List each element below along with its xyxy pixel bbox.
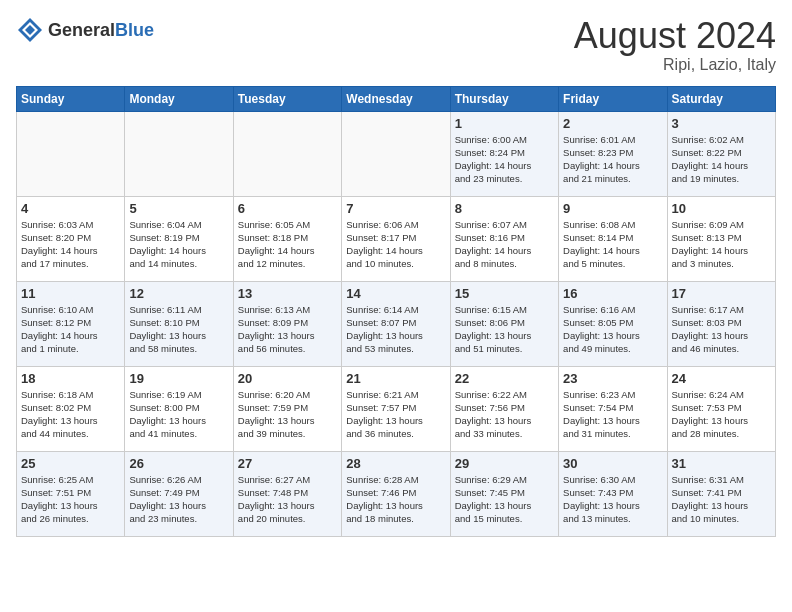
weekday-header-monday: Monday	[125, 86, 233, 111]
calendar-cell: 12Sunrise: 6:11 AM Sunset: 8:10 PM Dayli…	[125, 281, 233, 366]
title-block: August 2024 Ripi, Lazio, Italy	[574, 16, 776, 74]
cell-text: Sunrise: 6:07 AM Sunset: 8:16 PM Dayligh…	[455, 218, 554, 271]
calendar-week-row: 25Sunrise: 6:25 AM Sunset: 7:51 PM Dayli…	[17, 451, 776, 536]
calendar-cell: 6Sunrise: 6:05 AM Sunset: 8:18 PM Daylig…	[233, 196, 341, 281]
calendar-cell: 27Sunrise: 6:27 AM Sunset: 7:48 PM Dayli…	[233, 451, 341, 536]
calendar-cell: 28Sunrise: 6:28 AM Sunset: 7:46 PM Dayli…	[342, 451, 450, 536]
day-number: 16	[563, 286, 662, 301]
calendar-cell	[342, 111, 450, 196]
cell-text: Sunrise: 6:03 AM Sunset: 8:20 PM Dayligh…	[21, 218, 120, 271]
calendar-cell: 30Sunrise: 6:30 AM Sunset: 7:43 PM Dayli…	[559, 451, 667, 536]
month-title: August 2024	[574, 16, 776, 56]
cell-text: Sunrise: 6:09 AM Sunset: 8:13 PM Dayligh…	[672, 218, 771, 271]
cell-text: Sunrise: 6:25 AM Sunset: 7:51 PM Dayligh…	[21, 473, 120, 526]
calendar-cell: 5Sunrise: 6:04 AM Sunset: 8:19 PM Daylig…	[125, 196, 233, 281]
cell-text: Sunrise: 6:11 AM Sunset: 8:10 PM Dayligh…	[129, 303, 228, 356]
weekday-header-friday: Friday	[559, 86, 667, 111]
cell-text: Sunrise: 6:30 AM Sunset: 7:43 PM Dayligh…	[563, 473, 662, 526]
calendar-cell: 18Sunrise: 6:18 AM Sunset: 8:02 PM Dayli…	[17, 366, 125, 451]
logo: GeneralBlue	[16, 16, 154, 44]
day-number: 8	[455, 201, 554, 216]
day-number: 20	[238, 371, 337, 386]
calendar-cell: 16Sunrise: 6:16 AM Sunset: 8:05 PM Dayli…	[559, 281, 667, 366]
day-number: 10	[672, 201, 771, 216]
day-number: 31	[672, 456, 771, 471]
cell-text: Sunrise: 6:21 AM Sunset: 7:57 PM Dayligh…	[346, 388, 445, 441]
day-number: 12	[129, 286, 228, 301]
weekday-header-saturday: Saturday	[667, 86, 775, 111]
logo-text-blue: Blue	[115, 20, 154, 40]
day-number: 13	[238, 286, 337, 301]
day-number: 22	[455, 371, 554, 386]
calendar-cell	[233, 111, 341, 196]
page-header: GeneralBlue August 2024 Ripi, Lazio, Ita…	[16, 16, 776, 74]
cell-text: Sunrise: 6:23 AM Sunset: 7:54 PM Dayligh…	[563, 388, 662, 441]
cell-text: Sunrise: 6:16 AM Sunset: 8:05 PM Dayligh…	[563, 303, 662, 356]
logo-text-general: General	[48, 20, 115, 40]
day-number: 25	[21, 456, 120, 471]
cell-text: Sunrise: 6:04 AM Sunset: 8:19 PM Dayligh…	[129, 218, 228, 271]
calendar-cell: 25Sunrise: 6:25 AM Sunset: 7:51 PM Dayli…	[17, 451, 125, 536]
cell-text: Sunrise: 6:10 AM Sunset: 8:12 PM Dayligh…	[21, 303, 120, 356]
cell-text: Sunrise: 6:01 AM Sunset: 8:23 PM Dayligh…	[563, 133, 662, 186]
cell-text: Sunrise: 6:05 AM Sunset: 8:18 PM Dayligh…	[238, 218, 337, 271]
cell-text: Sunrise: 6:22 AM Sunset: 7:56 PM Dayligh…	[455, 388, 554, 441]
weekday-header-thursday: Thursday	[450, 86, 558, 111]
day-number: 5	[129, 201, 228, 216]
day-number: 11	[21, 286, 120, 301]
calendar-cell: 15Sunrise: 6:15 AM Sunset: 8:06 PM Dayli…	[450, 281, 558, 366]
weekday-header-sunday: Sunday	[17, 86, 125, 111]
calendar-cell: 3Sunrise: 6:02 AM Sunset: 8:22 PM Daylig…	[667, 111, 775, 196]
day-number: 24	[672, 371, 771, 386]
weekday-header-wednesday: Wednesday	[342, 86, 450, 111]
calendar-cell: 24Sunrise: 6:24 AM Sunset: 7:53 PM Dayli…	[667, 366, 775, 451]
day-number: 19	[129, 371, 228, 386]
calendar-cell: 22Sunrise: 6:22 AM Sunset: 7:56 PM Dayli…	[450, 366, 558, 451]
calendar-cell: 8Sunrise: 6:07 AM Sunset: 8:16 PM Daylig…	[450, 196, 558, 281]
calendar-cell: 1Sunrise: 6:00 AM Sunset: 8:24 PM Daylig…	[450, 111, 558, 196]
cell-text: Sunrise: 6:06 AM Sunset: 8:17 PM Dayligh…	[346, 218, 445, 271]
cell-text: Sunrise: 6:20 AM Sunset: 7:59 PM Dayligh…	[238, 388, 337, 441]
day-number: 23	[563, 371, 662, 386]
day-number: 3	[672, 116, 771, 131]
day-number: 9	[563, 201, 662, 216]
cell-text: Sunrise: 6:19 AM Sunset: 8:00 PM Dayligh…	[129, 388, 228, 441]
day-number: 17	[672, 286, 771, 301]
calendar-cell	[17, 111, 125, 196]
weekday-header-row: SundayMondayTuesdayWednesdayThursdayFrid…	[17, 86, 776, 111]
day-number: 26	[129, 456, 228, 471]
day-number: 1	[455, 116, 554, 131]
cell-text: Sunrise: 6:27 AM Sunset: 7:48 PM Dayligh…	[238, 473, 337, 526]
calendar-table: SundayMondayTuesdayWednesdayThursdayFrid…	[16, 86, 776, 537]
cell-text: Sunrise: 6:29 AM Sunset: 7:45 PM Dayligh…	[455, 473, 554, 526]
day-number: 14	[346, 286, 445, 301]
calendar-cell: 17Sunrise: 6:17 AM Sunset: 8:03 PM Dayli…	[667, 281, 775, 366]
calendar-cell	[125, 111, 233, 196]
cell-text: Sunrise: 6:02 AM Sunset: 8:22 PM Dayligh…	[672, 133, 771, 186]
day-number: 4	[21, 201, 120, 216]
cell-text: Sunrise: 6:00 AM Sunset: 8:24 PM Dayligh…	[455, 133, 554, 186]
calendar-cell: 9Sunrise: 6:08 AM Sunset: 8:14 PM Daylig…	[559, 196, 667, 281]
day-number: 15	[455, 286, 554, 301]
cell-text: Sunrise: 6:14 AM Sunset: 8:07 PM Dayligh…	[346, 303, 445, 356]
cell-text: Sunrise: 6:26 AM Sunset: 7:49 PM Dayligh…	[129, 473, 228, 526]
calendar-week-row: 4Sunrise: 6:03 AM Sunset: 8:20 PM Daylig…	[17, 196, 776, 281]
calendar-week-row: 18Sunrise: 6:18 AM Sunset: 8:02 PM Dayli…	[17, 366, 776, 451]
calendar-cell: 2Sunrise: 6:01 AM Sunset: 8:23 PM Daylig…	[559, 111, 667, 196]
cell-text: Sunrise: 6:18 AM Sunset: 8:02 PM Dayligh…	[21, 388, 120, 441]
calendar-cell: 21Sunrise: 6:21 AM Sunset: 7:57 PM Dayli…	[342, 366, 450, 451]
calendar-cell: 29Sunrise: 6:29 AM Sunset: 7:45 PM Dayli…	[450, 451, 558, 536]
cell-text: Sunrise: 6:28 AM Sunset: 7:46 PM Dayligh…	[346, 473, 445, 526]
calendar-cell: 19Sunrise: 6:19 AM Sunset: 8:00 PM Dayli…	[125, 366, 233, 451]
day-number: 27	[238, 456, 337, 471]
cell-text: Sunrise: 6:24 AM Sunset: 7:53 PM Dayligh…	[672, 388, 771, 441]
calendar-week-row: 1Sunrise: 6:00 AM Sunset: 8:24 PM Daylig…	[17, 111, 776, 196]
calendar-week-row: 11Sunrise: 6:10 AM Sunset: 8:12 PM Dayli…	[17, 281, 776, 366]
day-number: 21	[346, 371, 445, 386]
cell-text: Sunrise: 6:08 AM Sunset: 8:14 PM Dayligh…	[563, 218, 662, 271]
location-title: Ripi, Lazio, Italy	[574, 56, 776, 74]
calendar-cell: 11Sunrise: 6:10 AM Sunset: 8:12 PM Dayli…	[17, 281, 125, 366]
day-number: 2	[563, 116, 662, 131]
cell-text: Sunrise: 6:31 AM Sunset: 7:41 PM Dayligh…	[672, 473, 771, 526]
calendar-cell: 14Sunrise: 6:14 AM Sunset: 8:07 PM Dayli…	[342, 281, 450, 366]
